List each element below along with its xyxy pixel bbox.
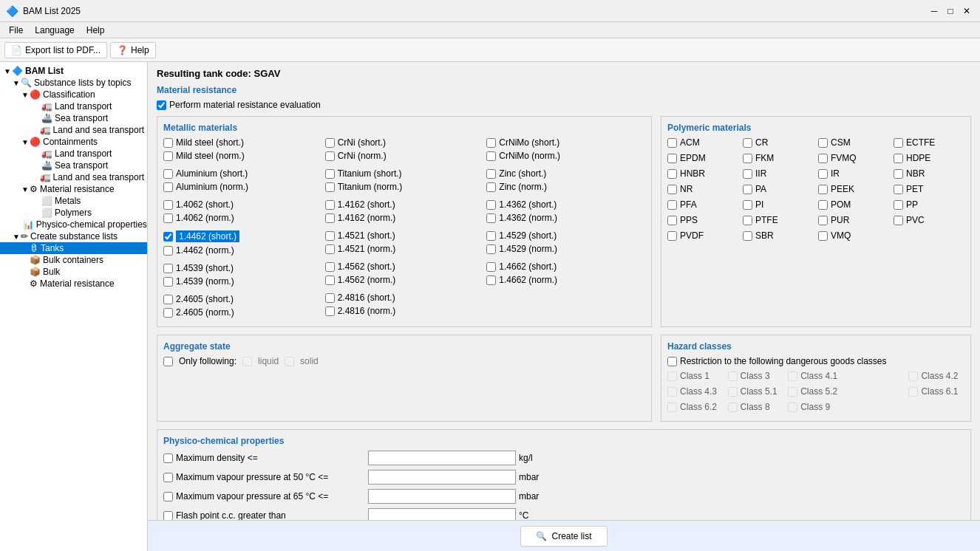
max-density-input[interactable] [368,451,516,465]
pps-cb[interactable] [667,216,677,225]
class3-cb[interactable] [728,372,738,381]
sidebar-item-substance-lists[interactable]: ▼ 🔍 Substance lists by topics [0,77,147,89]
sidebar-item-sea-transport-2[interactable]: 🚢 Sea transport [0,160,147,171]
epdm-cb[interactable] [667,154,677,163]
1-4362-norm-cb[interactable] [486,213,496,223]
titanium-short-cb[interactable] [325,169,335,179]
sidebar-item-land-and-sea-2[interactable]: 🚛 Land and sea transport [0,171,147,183]
2-4816-short-cb[interactable] [325,293,335,303]
close-button[interactable]: ✕ [959,4,974,18]
sidebar-item-land-transport-1[interactable]: 🚛 Land transport [0,100,147,112]
1-4539-short-cb[interactable] [163,264,173,273]
class8-cb[interactable] [728,403,738,412]
pvc-cb[interactable] [894,216,903,225]
crni-norm-cb[interactable] [325,151,335,161]
aluminium-short-cb[interactable] [163,169,173,179]
max-vapour-50-input[interactable] [368,470,516,485]
pur-cb[interactable] [818,216,828,225]
sidebar-item-bulk[interactable]: 📦 Bulk [0,266,147,278]
max-vapour-65-input[interactable] [368,489,516,504]
1-4362-short-cb[interactable] [486,200,496,210]
perform-evaluation-checkbox[interactable] [157,100,166,110]
1-4562-norm-cb[interactable] [325,276,335,285]
help-button[interactable]: ❓ Help [110,42,156,58]
hdpe-cb[interactable] [894,154,903,163]
fvmq-cb[interactable] [818,154,828,163]
class41-cb[interactable] [788,372,797,381]
pfa-cb[interactable] [667,200,677,210]
minimize-button[interactable]: ─ [927,4,942,18]
sidebar-item-tanks[interactable]: 🛢 Tanks [0,242,147,254]
crni-short-cb[interactable] [325,138,335,148]
class51-cb[interactable] [728,387,738,397]
max-density-cb[interactable] [163,454,173,463]
ptfe-cb[interactable] [743,216,752,225]
sidebar-item-sea-transport-1[interactable]: 🚢 Sea transport [0,112,147,124]
1-4539-norm-cb[interactable] [163,277,173,287]
sbr-cb[interactable] [743,231,752,241]
peek-cb[interactable] [818,185,828,194]
flash-point-input[interactable] [368,508,516,520]
only-following-cb[interactable] [163,357,173,366]
zinc-short-cb[interactable] [486,169,496,179]
class9-cb[interactable] [788,403,797,412]
class42-cb[interactable] [908,372,918,381]
1-4662-short-cb[interactable] [486,262,496,272]
sidebar-item-create-substance[interactable]: ▼ ✏ Create substance lists [0,230,147,242]
pp-cb[interactable] [894,200,903,210]
sidebar-item-bam-list[interactable]: ▼ 🔷 BAM List [0,65,147,77]
1-4162-short-cb[interactable] [325,200,335,210]
1-4662-norm-cb[interactable] [486,276,496,285]
2-4605-norm-cb[interactable] [163,308,173,318]
zinc-norm-cb[interactable] [486,182,496,192]
class1-cb[interactable] [667,372,677,381]
maximize-button[interactable]: □ [943,4,958,18]
mild-steel-short-cb[interactable] [163,138,173,148]
1-4062-norm-cb[interactable] [163,213,173,223]
titanium-norm-cb[interactable] [325,182,335,192]
1-4462-short-cb[interactable] [163,232,173,242]
pet-cb[interactable] [894,185,903,194]
sidebar-item-physico[interactable]: 📊 Physico-chemical properties [0,219,147,230]
liquid-cb[interactable] [242,357,252,366]
sidebar-item-material-resistance-2[interactable]: ⚙ Material resistance [0,278,147,290]
1-4062-short-cb[interactable] [163,200,173,210]
nbr-cb[interactable] [894,169,903,179]
ir-cb[interactable] [818,169,828,179]
1-4521-short-cb[interactable] [325,231,335,241]
pom-cb[interactable] [818,200,828,210]
pvdf-cb[interactable] [667,231,677,241]
mild-steel-norm-cb[interactable] [163,151,173,161]
pa-cb[interactable] [743,185,752,194]
fkm-cb[interactable] [743,154,752,163]
class52-cb[interactable] [788,387,797,397]
cr-cb[interactable] [743,138,752,148]
hnbr-cb[interactable] [667,169,677,179]
sidebar-item-material-resistance[interactable]: ▼ ⚙ Material resistance [0,183,147,195]
nr-cb[interactable] [667,185,677,194]
1-4529-short-cb[interactable] [486,231,496,241]
sidebar-item-land-and-sea-1[interactable]: 🚛 Land and sea transport [0,124,147,136]
sidebar-item-land-transport-2[interactable]: 🚛 Land transport [0,148,147,160]
aluminium-norm-cb[interactable] [163,182,173,192]
menu-language[interactable]: Language [29,24,80,37]
restriction-cb[interactable] [667,357,677,366]
sidebar-item-bulk-containers[interactable]: 📦 Bulk containers [0,254,147,266]
crnimo-short-cb[interactable] [486,138,496,148]
2-4605-short-cb[interactable] [163,295,173,304]
vmq-cb[interactable] [818,231,828,241]
create-list-button[interactable]: 🔍 Create list [520,526,607,547]
1-4562-short-cb[interactable] [325,262,335,272]
crnimo-norm-cb[interactable] [486,151,496,161]
solid-cb[interactable] [285,357,294,366]
max-vapour-65-cb[interactable] [163,492,173,502]
class61-cb[interactable] [908,387,918,397]
export-pdf-button[interactable]: 📄 Export list to PDF... [4,42,107,58]
max-vapour-50-cb[interactable] [163,473,173,482]
acm-cb[interactable] [667,138,677,148]
sidebar-item-metals[interactable]: ⬜ Metals [0,195,147,207]
class62-cb[interactable] [667,403,677,412]
1-4529-norm-cb[interactable] [486,244,496,254]
ectfe-cb[interactable] [894,138,903,148]
class43-cb[interactable] [667,387,677,397]
